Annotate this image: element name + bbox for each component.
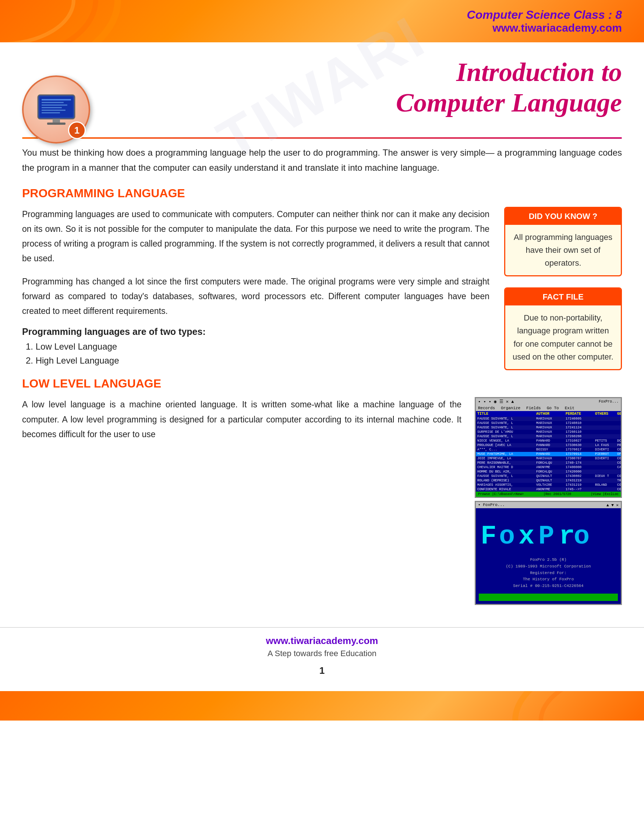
foxpro-logo-area: F o x P r o xyxy=(479,511,618,553)
db-title-bar: ▪ ▪ ▪ ◉ ☰ ✕ ▲ FoxPro... xyxy=(476,398,621,405)
programming-language-heading: PROGRAMMING LANGUAGE xyxy=(22,187,622,200)
fact-file-content: Due to non-portability, language program… xyxy=(505,306,621,369)
table-row: FAUSSE SUIVANTE, LMARIVAUX17240805 xyxy=(476,417,621,421)
foxpro-serial: Serial # 00-215-9251-C4226564 xyxy=(479,583,618,590)
foxpro-registered: Registered For: xyxy=(479,570,618,577)
svg-text:P: P xyxy=(538,521,554,548)
table-row: HOMME DU BEL AIR,FORCALQU17420000 xyxy=(476,470,621,474)
db-rec-count: |Rec 2661/5720 xyxy=(543,492,571,496)
svg-text:o: o xyxy=(574,521,589,548)
table-row: NIECE VENGEE, LAPANNARD17310827PETITSDC,… xyxy=(476,439,621,443)
header-website: www.tiwariacademy.com xyxy=(467,22,622,34)
screenshots-col: ▪ ▪ ▪ ◉ ☰ ✕ ▲ FoxPro... Records Organize… xyxy=(475,397,622,605)
foxpro-green-bar xyxy=(479,594,618,601)
svg-rect-6 xyxy=(42,102,64,103)
prog-lang-para1: Programming languages are used to commun… xyxy=(22,207,489,266)
table-row-highlighted: MUSE PANTOMIME, LAPANNARD17370914PIERROT… xyxy=(476,452,621,456)
low-level-para1: A low level language is a machine orient… xyxy=(22,397,461,442)
chapter-number: 1 xyxy=(68,121,86,139)
db-status-bar: Prowse |C:\dbase4\<New> |Rec 2661/5720 |… xyxy=(476,492,621,497)
svg-text:F: F xyxy=(481,521,497,548)
language-types-list: 1. Low Level Language 2. High Level Lang… xyxy=(22,342,489,366)
foxpro-history: The History of FoxPro xyxy=(479,576,618,583)
table-row: ROLAND (REPRISE)QUINAULT17431219TR. LYRI… xyxy=(476,478,621,483)
main-title: Introduction to Computer Language xyxy=(103,57,622,118)
main-content: You must be thinking how does a programm… xyxy=(0,145,644,605)
menu-exit[interactable]: Exit xyxy=(565,406,575,410)
prog-lang-para2: Programming has changed a lot since the … xyxy=(22,274,489,319)
type2-item: 2. High Level Language xyxy=(22,356,489,366)
two-col-programming: Programming languages are used to commun… xyxy=(22,207,622,373)
table-row: FAUSSE SUIVANTE, LMARIVAUX17241124 xyxy=(476,425,621,430)
foxpro-version: FoxPro 2.5b (R) xyxy=(479,557,618,563)
svg-text:x: x xyxy=(519,521,534,548)
chapter-header-area: TIWARI 1 Introduct xyxy=(0,46,644,131)
menu-goto[interactable]: Go To xyxy=(547,406,559,410)
footer-tagline: A Step towards free Education xyxy=(0,649,644,659)
menu-fields[interactable]: Fields xyxy=(526,406,541,410)
fact-file-box: FACT FILE Due to non-portability, langua… xyxy=(504,287,622,370)
table-row: JOIE IMPREVUE, LAMARIVAUX17380707DIVERTI… xyxy=(476,456,621,461)
foxpro-logo-svg: F o x P r o xyxy=(479,519,619,548)
low-level-two-col: A low level language is a machine orient… xyxy=(22,397,622,605)
table-row: FAUSSE SUIVANTE, LQUINAULT17430802DIEUX … xyxy=(476,474,621,478)
title-area: Introduction to Computer Language xyxy=(103,46,644,118)
table-row: CONFIDENTE RIVALEANONYME1745-->?COM. xyxy=(476,487,621,492)
foxpro-info: FoxPro 2.5b (R) (C) 1989-1993 Microsoft … xyxy=(479,557,618,589)
footer: www.tiwariacademy.com A Step towards fre… xyxy=(0,627,644,691)
db-title-label: FoxPro... xyxy=(599,400,619,404)
menu-records[interactable]: Records xyxy=(478,406,495,410)
svg-text:o: o xyxy=(499,521,515,548)
svg-rect-8 xyxy=(42,107,62,108)
did-you-know-content: All programming languages have their own… xyxy=(505,225,621,276)
types-heading: Programming languages are of two types: xyxy=(22,326,489,337)
bottom-arc-decoration xyxy=(497,691,644,721)
db-view-status: |View |ExclLoc xyxy=(591,492,619,496)
table-row: FAUSSE SUIVANTE, LMARIVAUX17240810 xyxy=(476,421,621,425)
foxpro-copyright: (C) 1989-1993 Microsoft Corporation xyxy=(479,563,618,570)
menu-organize[interactable]: Organize xyxy=(501,406,520,410)
foxpro-title-left: ▪ FoxPro... xyxy=(478,503,505,508)
table-row: PROLOGUE [AVEC LAPANNARD17330630LA FAUSP… xyxy=(476,443,621,447)
svg-point-1 xyxy=(0,0,96,42)
top-banner: Computer Science Class : 8 www.tiwariaca… xyxy=(0,0,644,42)
intro-paragraph: You must be thinking how does a programm… xyxy=(22,145,622,176)
db-table-header: TITLE AUTHOR PERDATE OTHERS GENRE xyxy=(476,411,621,417)
svg-point-2 xyxy=(0,0,74,42)
table-row: A***, C...BOISSY17370817DIVERTICOM. ANON… xyxy=(476,447,621,452)
table-row: PERE RAISONNABLE, FORCALQU1740-174COM. xyxy=(476,461,621,465)
did-you-know-box: DID YOU KNOW ? All programming languages… xyxy=(504,207,622,277)
table-row: MARIAGES ASSORTIS,VOLTAIRE17431219ROLAND… xyxy=(476,483,621,487)
svg-point-0 xyxy=(0,0,118,42)
svg-rect-9 xyxy=(42,110,66,111)
db-title-text: ▪ ▪ ▪ ◉ ☰ ✕ ▲ xyxy=(478,399,514,405)
db-screenshot: ▪ ▪ ▪ ◉ ☰ ✕ ▲ FoxPro... Records Organize… xyxy=(475,397,622,498)
class-label: Computer Science Class : 8 xyxy=(467,8,622,22)
table-row: SURPRISE DE L'AMOUMARIVAUX17260110 xyxy=(476,430,621,434)
bottom-banner xyxy=(0,691,644,721)
svg-rect-7 xyxy=(42,105,67,106)
type1-item: 1. Low Level Language xyxy=(22,342,489,352)
sidebar: DID YOU KNOW ? All programming languages… xyxy=(504,207,622,370)
svg-point-20 xyxy=(541,691,644,721)
fact-file-header: FACT FILE xyxy=(505,289,621,306)
svg-rect-11 xyxy=(53,119,60,122)
chapter-icon-area: 1 xyxy=(22,75,90,144)
svg-point-19 xyxy=(515,691,644,721)
header-text: Computer Science Class : 8 www.tiwariaca… xyxy=(467,8,622,34)
foxpro-screenshot: ▪ FoxPro... ▲ ▼ ✕ xyxy=(475,501,622,605)
did-you-know-header: DID YOU KNOW ? xyxy=(505,208,621,225)
db-menu-bar: Records Organize Fields Go To Exit xyxy=(476,405,621,411)
db-status-text: Prowse |C:\dbase4\<New> xyxy=(478,492,524,496)
low-level-text-col: A low level language is a machine orient… xyxy=(22,397,461,450)
footer-page-number: 1 xyxy=(0,665,644,676)
foxpro-title-bar: ▪ FoxPro... ▲ ▼ ✕ xyxy=(476,502,621,508)
monitor-icon xyxy=(36,93,77,126)
svg-rect-5 xyxy=(42,99,71,100)
footer-website: www.tiwariacademy.com xyxy=(0,635,644,646)
top-arc-decoration xyxy=(0,0,129,42)
svg-rect-10 xyxy=(42,112,60,113)
title-divider xyxy=(22,137,622,139)
table-row: FAUSSE SUIVANTE, LMARIVAUX17260208 xyxy=(476,434,621,439)
table-row: CHEVALIER MAITRE DANONYME17400000CANEVAS… xyxy=(476,465,621,470)
